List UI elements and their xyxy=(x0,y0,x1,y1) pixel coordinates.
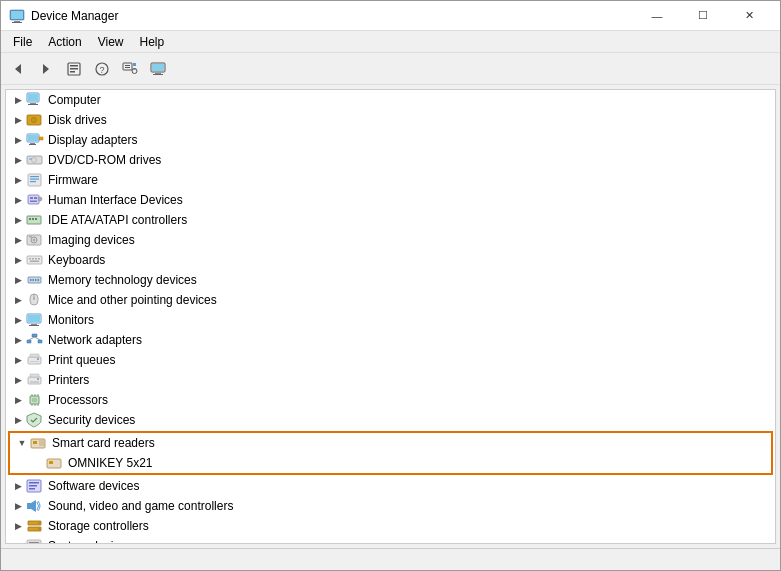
svg-rect-21 xyxy=(153,74,163,75)
list-item[interactable]: ▶ Printers xyxy=(6,370,775,390)
item-label: Print queues xyxy=(48,353,115,367)
list-item[interactable]: ▶ Processors xyxy=(6,390,775,410)
item-label: Keyboards xyxy=(48,253,105,267)
svg-rect-63 xyxy=(35,279,37,281)
menu-action[interactable]: Action xyxy=(40,33,89,51)
update-button[interactable] xyxy=(117,57,143,81)
list-item[interactable]: ▶ Imaging devices xyxy=(6,230,775,250)
imaging-icon xyxy=(26,232,44,248)
item-label: Human Interface Devices xyxy=(48,193,183,207)
monitor-button[interactable] xyxy=(145,57,171,81)
smartcard-device-icon xyxy=(46,455,64,471)
svg-rect-32 xyxy=(29,144,36,145)
expand-icon: ▶ xyxy=(10,478,26,494)
window-title: Device Manager xyxy=(31,9,118,23)
list-item[interactable]: ▶ Display adapters xyxy=(6,130,775,150)
svg-rect-56 xyxy=(32,258,34,260)
back-icon xyxy=(11,62,25,76)
svg-rect-39 xyxy=(30,179,39,180)
title-bar-controls: — ☐ ✕ xyxy=(634,1,772,31)
list-item[interactable]: ▶ Storage controllers xyxy=(6,516,775,536)
list-item[interactable]: ▶ Software devices xyxy=(6,476,775,496)
svg-rect-59 xyxy=(30,261,39,263)
svg-point-109 xyxy=(38,528,40,530)
expand-icon: ▶ xyxy=(10,538,26,544)
close-button[interactable]: ✕ xyxy=(726,1,772,31)
item-label: Firmware xyxy=(48,173,98,187)
menu-help[interactable]: Help xyxy=(132,33,173,51)
list-item[interactable]: ▶ Monitors xyxy=(6,310,775,330)
svg-rect-101 xyxy=(29,482,39,484)
back-button[interactable] xyxy=(5,57,31,81)
list-item[interactable]: ▶ Memory technology devices xyxy=(6,270,775,290)
expand-icon: ▶ xyxy=(10,212,26,228)
expand-icon: ▶ xyxy=(10,112,26,128)
svg-rect-23 xyxy=(28,94,38,101)
svg-rect-104 xyxy=(27,503,31,509)
list-item[interactable]: ▶ Sound, video and game controllers xyxy=(6,496,775,516)
list-item[interactable]: ▶ DVD/CD-ROM drives xyxy=(6,150,775,170)
svg-rect-77 xyxy=(28,357,41,364)
svg-rect-70 xyxy=(31,324,37,325)
expand-icon: ▶ xyxy=(10,292,26,308)
svg-rect-24 xyxy=(30,103,36,104)
menu-view[interactable]: View xyxy=(90,33,132,51)
menu-file[interactable]: File xyxy=(5,33,40,51)
svg-rect-41 xyxy=(28,195,39,204)
list-item[interactable]: ▶ IDE ATA/ATAPI controllers xyxy=(6,210,775,230)
svg-rect-36 xyxy=(29,159,32,160)
svg-rect-55 xyxy=(29,258,31,260)
storage-icon xyxy=(26,518,44,534)
expand-icon: ▶ xyxy=(10,518,26,534)
list-item[interactable]: ▶ Print queues xyxy=(6,350,775,370)
svg-rect-94 xyxy=(33,441,37,444)
list-item[interactable]: ▶ Disk drives xyxy=(6,110,775,130)
expand-icon: ▶ xyxy=(10,412,26,428)
svg-rect-53 xyxy=(29,236,32,238)
list-item[interactable]: ▶ Computer xyxy=(6,90,775,110)
svg-rect-71 xyxy=(29,325,39,326)
forward-button[interactable] xyxy=(33,57,59,81)
list-item[interactable]: ▶ System devices xyxy=(6,536,775,544)
svg-rect-20 xyxy=(155,73,161,74)
minimize-button[interactable]: — xyxy=(634,1,680,31)
svg-marker-5 xyxy=(43,64,49,74)
expand-icon: ▼ xyxy=(14,435,30,451)
svg-rect-7 xyxy=(70,65,78,67)
title-bar: Device Manager — ☐ ✕ xyxy=(1,1,780,31)
expand-icon: ▶ xyxy=(10,498,26,514)
list-item[interactable]: OMNIKEY 5x21 xyxy=(10,453,771,473)
svg-rect-102 xyxy=(29,485,37,487)
item-label: Smart card readers xyxy=(52,436,155,450)
item-label: OMNIKEY 5x21 xyxy=(68,456,152,470)
properties-button[interactable] xyxy=(61,57,87,81)
help-button[interactable]: ? xyxy=(89,57,115,81)
svg-rect-38 xyxy=(30,176,39,177)
expand-icon: ▶ xyxy=(10,352,26,368)
dvd-icon xyxy=(26,152,44,168)
expand-icon: ▶ xyxy=(10,152,26,168)
maximize-button[interactable]: ☐ xyxy=(680,1,726,31)
list-item[interactable]: ▶ Network adapters xyxy=(6,330,775,350)
svg-point-67 xyxy=(33,298,35,300)
svg-rect-49 xyxy=(35,218,37,220)
svg-point-28 xyxy=(33,119,35,121)
svg-rect-48 xyxy=(32,218,34,220)
list-item[interactable]: ▶ Human Interface Devices xyxy=(6,190,775,210)
system-icon xyxy=(26,538,44,544)
svg-rect-74 xyxy=(38,340,42,343)
list-item[interactable]: ▶ Firmware xyxy=(6,170,775,190)
list-item[interactable]: ▶ Keyboards xyxy=(6,250,775,270)
help-icon: ? xyxy=(94,61,110,77)
svg-rect-42 xyxy=(30,197,33,199)
list-item[interactable]: ▼ Smart card readers xyxy=(10,433,771,453)
list-item[interactable]: ▶ Mice and other pointing devices xyxy=(6,290,775,310)
item-label: DVD/CD-ROM drives xyxy=(48,153,161,167)
list-item[interactable]: ▶ Security devices xyxy=(6,410,775,430)
svg-rect-33 xyxy=(39,137,43,140)
svg-rect-82 xyxy=(30,374,39,377)
svg-line-76 xyxy=(35,337,41,340)
svg-point-80 xyxy=(37,358,39,360)
device-tree[interactable]: ▶ Computer ▶ Disk drives ▶ Di xyxy=(5,89,776,544)
properties-icon xyxy=(66,61,82,77)
